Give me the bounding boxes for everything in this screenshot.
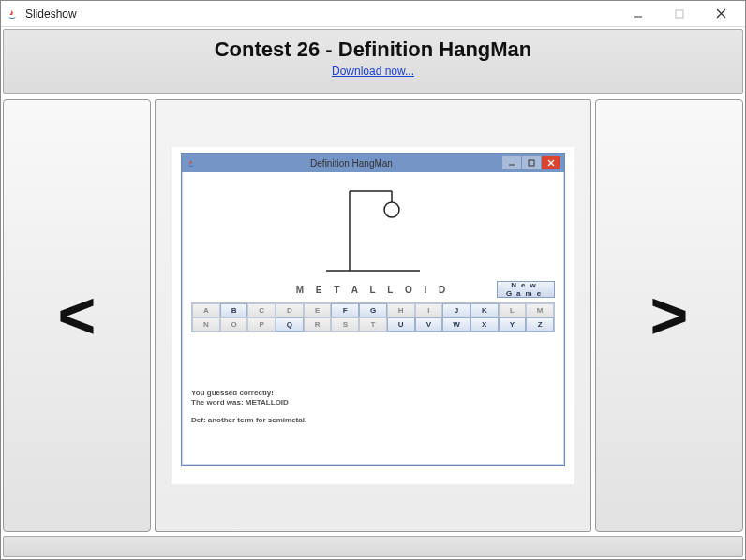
letter-k[interactable]: K [470,303,499,317]
letter-t: T [359,317,387,332]
letter-v[interactable]: V [415,317,443,332]
letter-r: R [304,317,332,332]
footer-panel [3,536,743,557]
hangman-window: Definition HangMan [181,153,565,466]
svg-rect-5 [529,160,534,166]
inner-minimize-button[interactable] [502,156,521,169]
maximize-button[interactable] [659,2,700,26]
inner-body: M E T A L L O I D New Game ABCDEFGHIJKLM… [182,172,564,433]
close-button[interactable] [700,2,741,26]
inner-window-title: Definition HangMan [201,158,502,169]
revealed-word: M E T A L L O I D [296,285,450,295]
outer-window-controls [618,2,741,26]
inner-maximize-button[interactable] [522,156,541,169]
slideshow-window: Slideshow Contest 26 - Definition HangMa… [0,0,746,560]
outer-window-title: Slideshow [25,7,618,21]
inner-close-button[interactable] [542,156,560,169]
gallows-drawing [191,182,555,275]
header-panel: Contest 26 - Definition HangMan Download… [3,29,743,94]
letter-c: C [247,303,276,317]
download-link[interactable]: Download now... [332,65,414,78]
letter-n: N [192,317,220,332]
minimize-button[interactable] [618,2,659,26]
result-line2: The word was: METALLOID [191,398,289,406]
result-text: You guessed correctly! The word was: MET… [191,389,555,425]
letter-z[interactable]: Z [526,317,554,332]
letter-j[interactable]: J [442,303,470,317]
letter-o: O [220,317,248,332]
letter-m: M [526,303,554,317]
letter-p: P [247,317,276,332]
letter-s: S [331,317,359,332]
letter-y[interactable]: Y [499,317,527,332]
java-icon [186,157,197,169]
inner-window-controls [502,156,560,169]
letter-e: E [304,303,332,317]
letter-b[interactable]: B [220,303,248,317]
letter-w[interactable]: W [442,317,470,332]
letter-x[interactable]: X [470,317,499,332]
letter-l: L [499,303,527,317]
page-title: Contest 26 - Definition HangMan [4,37,742,62]
word-row: M E T A L L O I D New Game [191,285,555,295]
letter-q[interactable]: Q [276,317,304,332]
letter-f[interactable]: F [331,303,359,317]
letter-u[interactable]: U [387,317,415,332]
java-icon [5,7,20,22]
next-button[interactable]: > [595,99,743,532]
result-line3: Def: another term for semimetal. [191,416,306,424]
letter-i: I [415,303,443,317]
inner-titlebar: Definition HangMan [182,154,564,172]
letter-grid: ABCDEFGHIJKLMNOPQRSTUVWXYZ [191,302,555,332]
letter-g[interactable]: G [359,303,387,317]
letter-a: A [192,303,220,317]
inner-stage: Definition HangMan [172,147,574,484]
slide-content: Definition HangMan [155,99,591,532]
outer-titlebar: Slideshow [1,1,745,27]
new-game-button[interactable]: New Game [497,281,555,298]
middle-row: < Definition HangMan [1,96,745,536]
svg-point-12 [384,202,399,217]
letter-h: H [387,303,415,317]
svg-rect-1 [676,10,683,18]
letter-d: D [276,303,304,317]
result-line1: You guessed correctly! [191,389,274,397]
prev-button[interactable]: < [3,99,151,532]
